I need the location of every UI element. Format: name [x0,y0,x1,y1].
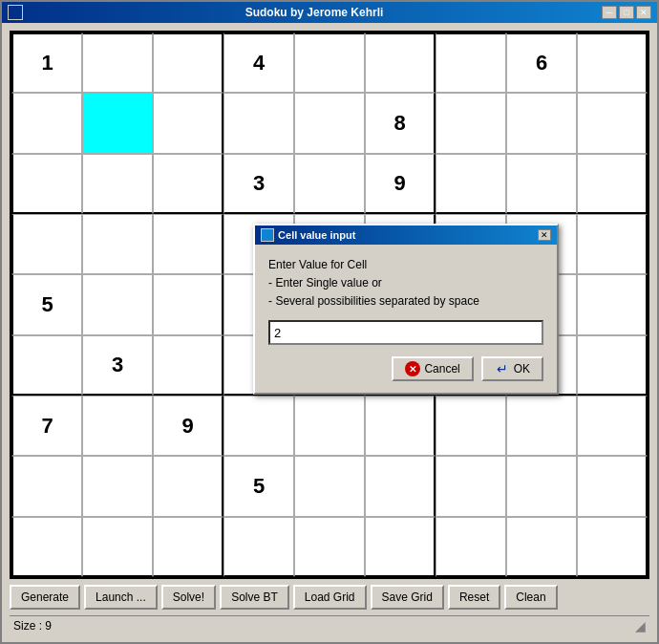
cell-r8-c3[interactable] [153,456,223,516]
cell-r7-c7[interactable] [436,396,506,456]
cell-r9-c2[interactable] [82,517,153,577]
toolbar: GenerateLaunch ...Solve!Solve BTLoad Gri… [10,585,649,610]
cell-r1-c2[interactable] [82,32,153,93]
cell-r4-c9[interactable] [577,214,648,274]
main-content: 14683975163795 Cell value input ✕ Enter … [2,23,657,642]
toolbar-btn-load-grid[interactable]: Load Grid [293,585,367,610]
cell-r8-c9[interactable] [577,456,648,516]
cell-r8-c7[interactable] [436,456,506,516]
maximize-button[interactable]: □ [619,6,634,19]
cell-r9-c3[interactable] [153,517,223,577]
cell-r6-c3[interactable] [153,335,223,396]
cell-r5-c2[interactable] [82,274,153,334]
cell-r2-c7[interactable] [436,93,506,153]
cell-value-dialog: Cell value input ✕ Enter Value for Cell … [253,224,559,396]
cell-r6-c2[interactable]: 3 [82,335,153,396]
toolbar-btn-clean[interactable]: Clean [504,585,557,610]
cell-r7-c5[interactable] [294,396,365,456]
cell-r9-c5[interactable] [294,517,365,577]
cell-r7-c8[interactable] [506,396,577,456]
cell-r7-c3[interactable]: 9 [153,396,223,456]
cell-r2-c8[interactable] [506,93,577,153]
cell-r9-c6[interactable] [365,517,436,577]
cell-r4-c1[interactable] [11,214,82,274]
cell-r7-c2[interactable] [82,396,153,456]
cell-r3-c4[interactable]: 3 [223,154,294,214]
cell-r1-c4[interactable]: 4 [223,32,294,93]
cell-r5-c9[interactable] [577,274,648,334]
cell-r2-c2[interactable] [82,93,153,153]
cell-r3-c9[interactable] [577,154,648,214]
cell-r1-c8[interactable]: 6 [506,32,577,93]
toolbar-btn-launch----[interactable]: Launch ... [84,585,158,610]
cell-r8-c5[interactable] [294,456,365,516]
cell-r3-c8[interactable] [506,154,577,214]
cell-r1-c1[interactable]: 1 [11,32,82,93]
cell-r9-c9[interactable] [577,517,648,577]
status-text: Size : 9 [13,619,52,633]
dialog-content: Enter Value for Cell - Enter Single valu… [255,245,557,394]
cell-r3-c2[interactable] [82,154,153,214]
cell-r2-c6[interactable]: 8 [365,93,436,153]
main-window: Sudoku by Jerome Kehrli ─ □ ✕ 1468397516… [0,0,659,644]
cell-r2-c9[interactable] [577,93,648,153]
cell-r8-c1[interactable] [11,456,82,516]
cell-r4-c2[interactable] [82,214,153,274]
cell-r8-c4[interactable]: 5 [223,456,294,516]
cell-r3-c6[interactable]: 9 [365,154,436,214]
cell-r9-c1[interactable] [11,517,82,577]
cell-r7-c9[interactable] [577,396,648,456]
cell-r2-c5[interactable] [294,93,365,153]
cell-r1-c9[interactable] [577,32,648,93]
cell-r6-c1[interactable] [11,335,82,396]
cell-r1-c3[interactable] [153,32,223,93]
cell-r2-c1[interactable] [11,93,82,153]
cell-r2-c3[interactable] [153,93,223,153]
cell-r9-c7[interactable] [436,517,506,577]
cell-r9-c4[interactable] [223,517,294,577]
toolbar-btn-solve-bt[interactable]: Solve BT [220,585,289,610]
dialog-close-button[interactable]: ✕ [538,229,551,241]
ok-button[interactable]: ↵ OK [481,356,543,381]
cell-r8-c6[interactable] [365,456,436,516]
toolbar-btn-solve-[interactable]: Solve! [161,585,216,610]
ok-icon: ↵ [495,361,510,376]
dialog-title: Cell value input [278,229,355,241]
cell-r3-c1[interactable] [11,154,82,214]
cell-r8-c8[interactable] [506,456,577,516]
dialog-message: Enter Value for Cell - Enter Single valu… [268,256,543,311]
cell-r5-c3[interactable] [153,274,223,334]
cell-r9-c8[interactable] [506,517,577,577]
cell-r4-c3[interactable] [153,214,223,274]
window-title: Sudoku by Jerome Kehrli [27,6,602,19]
dialog-icon [261,228,274,242]
cell-r3-c3[interactable] [153,154,223,214]
cell-r8-c2[interactable] [82,456,153,516]
cancel-button[interactable]: ✕ Cancel [392,356,473,381]
sudoku-container: 14683975163795 Cell value input ✕ Enter … [10,31,649,579]
cell-r6-c9[interactable] [577,335,648,396]
cancel-icon: ✕ [405,361,420,376]
dialog-buttons: ✕ Cancel ↵ OK [268,356,543,381]
title-bar: Sudoku by Jerome Kehrli ─ □ ✕ [2,2,657,23]
toolbar-btn-reset[interactable]: Reset [448,585,500,610]
resize-grip: ◢ [635,618,646,633]
cell-r3-c5[interactable] [294,154,365,214]
close-button[interactable]: ✕ [636,6,651,19]
cell-r7-c6[interactable] [365,396,436,456]
minimize-button[interactable]: ─ [602,6,617,19]
cell-r1-c5[interactable] [294,32,365,93]
cell-value-input[interactable] [268,320,543,345]
toolbar-btn-generate[interactable]: Generate [10,585,80,610]
cell-r3-c7[interactable] [436,154,506,214]
cell-r7-c4[interactable] [223,396,294,456]
window-icon [8,5,23,20]
toolbar-btn-save-grid[interactable]: Save Grid [371,585,444,610]
status-bar: Size : 9 ◢ [10,615,649,634]
cell-r7-c1[interactable]: 7 [11,396,82,456]
cell-r1-c6[interactable] [365,32,436,93]
title-bar-controls: ─ □ ✕ [602,6,651,19]
cell-r5-c1[interactable]: 5 [11,274,82,334]
cell-r1-c7[interactable] [436,32,506,93]
cell-r2-c4[interactable] [223,93,294,153]
